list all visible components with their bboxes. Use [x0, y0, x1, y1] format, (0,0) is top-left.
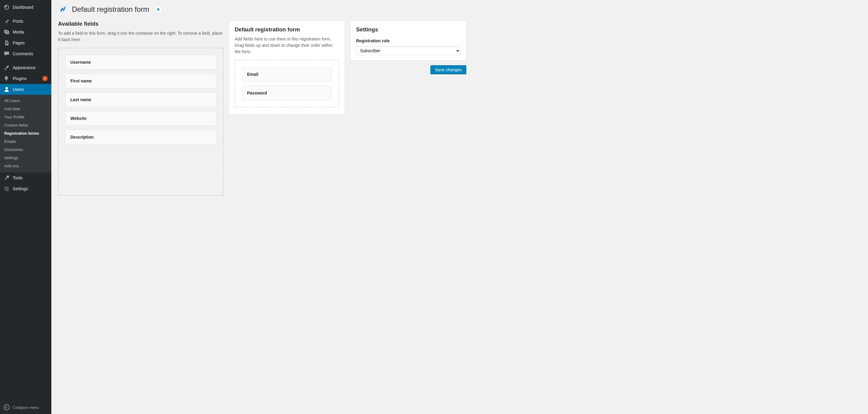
submenu-emails[interactable]: Emails	[0, 137, 51, 146]
sidebar-item-label: Plugins	[13, 76, 39, 81]
settings-card: Settings Registration role Subscriber	[350, 21, 466, 60]
settings-panel: Settings Registration role Subscriber Sa…	[350, 21, 466, 74]
collapse-menu-label: Collapse menu	[13, 405, 39, 410]
sidebar-item-posts[interactable]: Posts	[0, 16, 51, 27]
submenu-add-ons[interactable]: Add-ons	[0, 162, 51, 170]
field-chip-website[interactable]: Website	[65, 111, 216, 126]
sidebar-item-tools[interactable]: Tools	[0, 172, 51, 183]
settings-title: Settings	[356, 26, 461, 33]
collapse-menu-button[interactable]: Collapse menu	[0, 401, 51, 414]
field-chip-password[interactable]: Password	[242, 86, 332, 100]
sidebar-item-label: Pages	[13, 40, 48, 45]
save-changes-button[interactable]: Save changes	[430, 65, 466, 74]
sidebar-item-label: Media	[13, 30, 48, 34]
page-title: Default registration form	[72, 5, 149, 13]
sidebar-item-label: Appearance	[13, 65, 48, 70]
available-fields-title: Available fields	[58, 21, 223, 27]
sidebar-item-label: Users	[13, 87, 48, 92]
user-icon	[4, 86, 10, 92]
brush-icon	[4, 65, 10, 71]
sidebar-item-label: Tools	[13, 176, 48, 180]
save-row: Save changes	[350, 65, 466, 74]
field-chip-last-name[interactable]: Last name	[65, 92, 216, 107]
media-icon	[4, 29, 10, 35]
dashboard-icon	[4, 4, 10, 10]
registration-role-label: Registration role	[356, 38, 461, 43]
sidebar-item-plugins[interactable]: Plugins 2	[0, 73, 51, 84]
submenu-registration-forms[interactable]: Registration forms	[0, 129, 51, 137]
sliders-icon	[4, 186, 10, 192]
plugin-logo-icon	[58, 4, 68, 14]
sidebar-item-media[interactable]: Media	[0, 27, 51, 37]
submenu-settings[interactable]: Settings	[0, 154, 51, 162]
field-chip-description[interactable]: Description	[65, 130, 216, 144]
wrench-icon	[4, 175, 10, 181]
sidebar-item-comments[interactable]: Comments	[0, 48, 51, 59]
sidebar-separator	[0, 59, 51, 62]
submenu-your-profile[interactable]: Your Profile	[0, 113, 51, 121]
sidebar-item-appearance[interactable]: Appearance	[0, 62, 51, 73]
sidebar-item-label: Comments	[13, 51, 48, 56]
available-fields-panel: Available fields To add a field to this …	[58, 21, 223, 196]
back-button[interactable]	[154, 5, 162, 13]
available-fields-dropzone[interactable]: Username First name Last name Website De…	[58, 48, 223, 196]
field-chip-email[interactable]: Email	[242, 67, 332, 82]
pages-icon	[4, 40, 10, 46]
sidebar-item-label: Dashboard	[13, 5, 48, 10]
form-desc: Add fields here to use them in this regi…	[235, 36, 339, 55]
users-submenu: All Users Add New Your Profile Custom fi…	[0, 95, 51, 172]
registration-role-select[interactable]: Subscriber	[356, 46, 461, 55]
update-badge: 2	[42, 76, 48, 81]
main-content: Default registration form Available fiel…	[51, 0, 868, 414]
submenu-directories[interactable]: Directories	[0, 146, 51, 154]
sidebar-item-label: Settings	[13, 186, 48, 191]
form-fields-dropzone[interactable]: Email Password	[235, 60, 339, 107]
field-chip-username[interactable]: Username	[65, 55, 216, 69]
svg-point-0	[64, 5, 66, 7]
submenu-all-users[interactable]: All Users	[0, 97, 51, 105]
sidebar-item-settings[interactable]: Settings	[0, 183, 51, 194]
available-fields-desc: To add a field to this form, drag it int…	[58, 30, 223, 43]
admin-sidebar: Dashboard Posts Media Pages Comments App…	[0, 0, 51, 414]
submenu-add-new[interactable]: Add New	[0, 105, 51, 113]
page-header: Default registration form	[58, 4, 862, 14]
pin-icon	[4, 18, 10, 24]
sidebar-item-label: Posts	[13, 19, 48, 24]
sidebar-item-users[interactable]: Users	[0, 84, 51, 95]
form-fields-panel: Default registration form Add fields her…	[229, 21, 345, 115]
chevron-left-icon	[4, 404, 10, 410]
comment-icon	[4, 51, 10, 57]
sidebar-item-dashboard[interactable]: Dashboard	[0, 2, 51, 13]
plug-icon	[4, 75, 10, 82]
form-title: Default registration form	[235, 26, 339, 33]
form-card: Default registration form Add fields her…	[229, 21, 345, 115]
arrow-left-icon	[156, 7, 160, 11]
sidebar-separator	[0, 13, 51, 16]
sidebar-item-pages[interactable]: Pages	[0, 37, 51, 48]
field-chip-first-name[interactable]: First name	[65, 74, 216, 88]
submenu-custom-fields[interactable]: Custom fields	[0, 121, 51, 129]
